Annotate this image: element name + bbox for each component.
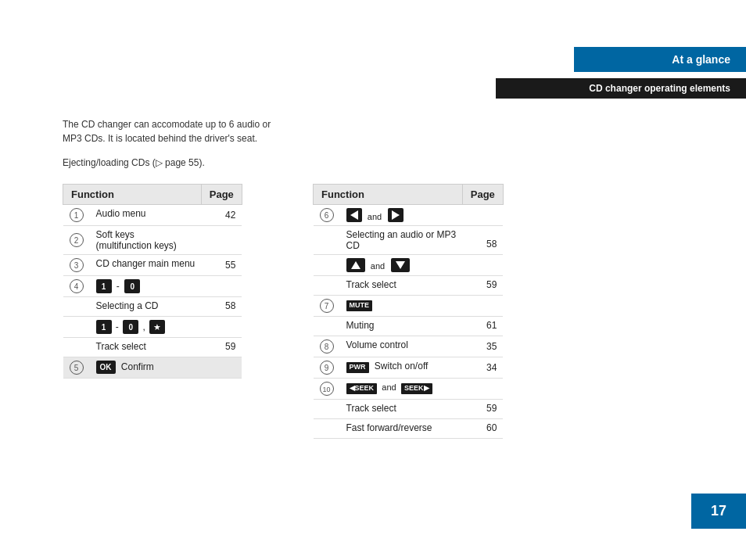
row-icon-4: 1 - 0 — [90, 276, 202, 297]
seek-right-icon: SEEK▶ — [401, 383, 432, 394]
row-num-10: 10 — [314, 379, 340, 400]
ok-icon: OK — [96, 361, 116, 374]
left-col-page: Page — [201, 185, 242, 205]
row-sub-label-6: Track select — [340, 276, 463, 296]
table-row: 1 Audio menu 42 — [63, 205, 242, 226]
table-row: Selecting a CD 58 — [63, 297, 242, 317]
table-row: 1 - 0 , ★ — [63, 317, 242, 338]
row-num-3: 3 — [63, 255, 90, 276]
row-num-9: 9 — [314, 357, 340, 379]
row-num-7: 7 — [314, 296, 340, 317]
row-sub-page-4: 59 — [201, 338, 242, 357]
seek-left-icon: ◀SEEK — [346, 383, 378, 394]
row-label-5: Confirm — [121, 361, 154, 372]
section-label: CD changer operating elements — [589, 83, 730, 94]
row-icon-9: PWR Switch on/off — [340, 357, 463, 379]
page-number: 17 — [691, 494, 746, 529]
table-row: 4 1 - 0 — [63, 276, 242, 297]
row-icon-6: and — [340, 205, 463, 226]
at-a-glance-tab: At a glance — [574, 47, 746, 72]
table-row: 9 PWR Switch on/off 34 — [314, 357, 504, 379]
table-row: Selecting an audio or MP3CD 58 — [314, 226, 504, 255]
row-label-10b: Fast forward/reverse — [340, 419, 463, 439]
table-row: Track select 59 — [314, 276, 504, 296]
table-row: 6 and — [314, 205, 504, 226]
main-content: The CD changer can accomodate up to 6 au… — [63, 117, 683, 439]
row-page-4a — [201, 276, 242, 297]
up-arrow-icon — [346, 258, 365, 272]
table-row: 8 Volume control 35 — [314, 336, 504, 357]
row-page-4: 58 — [201, 297, 242, 317]
row-icon-10: ◀SEEK and SEEK▶ — [340, 379, 463, 400]
num-icon-1b: 1 — [96, 320, 112, 334]
table-row: and — [314, 255, 504, 276]
row-page-1: 42 — [201, 205, 242, 226]
tables-container: Function Page 1 Audio menu 42 2 Soft key… — [63, 184, 683, 439]
row-label-6: Selecting an audio or MP3CD — [340, 226, 463, 255]
intro-paragraph: The CD changer can accomodate up to 6 au… — [63, 117, 274, 145]
row-sub-page-6: 59 — [462, 276, 503, 296]
left-arrow-icon — [346, 208, 362, 222]
right-table: Function Page 6 and — [313, 184, 504, 439]
table-row: Fast forward/reverse 60 — [314, 419, 504, 439]
tab-label: At a glance — [672, 53, 730, 66]
table-row: 5 OK Confirm — [63, 357, 242, 379]
right-col-page: Page — [462, 185, 503, 205]
down-arrow-icon — [391, 258, 410, 272]
row-page-5 — [201, 357, 242, 379]
row-num-8: 8 — [314, 336, 340, 357]
row-page-9: 34 — [462, 357, 503, 379]
row-sub-label-4: Track select — [90, 338, 202, 357]
pwr-icon: PWR — [346, 362, 369, 373]
row-num-1: 1 — [63, 205, 90, 226]
left-col-function: Function — [63, 185, 202, 205]
row-sub-icon-6: and — [340, 255, 463, 276]
row-num-2: 2 — [63, 226, 90, 255]
row-label-8: Volume control — [340, 336, 463, 357]
row-label-10a: Track select — [340, 400, 463, 419]
table-row: Track select 59 — [63, 338, 242, 357]
num-icon-0: 0 — [124, 279, 140, 293]
row-label-2: Soft keys(multifunction keys) — [90, 226, 202, 255]
row-icon-5: OK Confirm — [90, 357, 202, 379]
row-page-2 — [201, 226, 242, 255]
row-page-10a: 59 — [462, 400, 503, 419]
table-row: Track select 59 — [314, 400, 504, 419]
row-label-7: Muting — [340, 317, 463, 336]
row-num-4: 4 — [63, 276, 90, 297]
row-num-6: 6 — [314, 205, 340, 226]
right-col-function: Function — [314, 185, 463, 205]
row-icon-7: MUTE — [340, 296, 463, 317]
num-icon-0b: 0 — [123, 320, 138, 334]
mute-icon: MUTE — [346, 300, 373, 311]
section-header: CD changer operating elements — [496, 78, 746, 99]
row-page-7: 61 — [462, 317, 503, 336]
table-row: 2 Soft keys(multifunction keys) — [63, 226, 242, 255]
table-row: 3 CD changer main menu 55 — [63, 255, 242, 276]
table-row: 10 ◀SEEK and SEEK▶ — [314, 379, 504, 400]
row-label-4: Selecting a CD — [90, 297, 202, 317]
row-sub-icon-4: 1 - 0 , ★ — [90, 317, 202, 338]
row-label-1: Audio menu — [90, 205, 202, 226]
star-icon: ★ — [149, 320, 165, 334]
right-function-table: Function Page 6 and — [313, 184, 504, 439]
left-function-table: Function Page 1 Audio menu 42 2 Soft key… — [63, 184, 242, 379]
row-page-3: 55 — [201, 255, 242, 276]
row-label-3: CD changer main menu — [90, 255, 202, 276]
row-page-8: 35 — [462, 336, 503, 357]
table-row: Muting 61 — [314, 317, 504, 336]
table-row: 7 MUTE — [314, 296, 504, 317]
num-icon-1: 1 — [96, 279, 112, 293]
eject-paragraph: Ejecting/loading CDs (▷ page 55). — [63, 157, 274, 168]
row-label-9: Switch on/off — [375, 361, 428, 372]
right-arrow-icon — [388, 208, 403, 222]
left-table: Function Page 1 Audio menu 42 2 Soft key… — [63, 184, 266, 379]
row-num-5: 5 — [63, 357, 90, 379]
row-page-10b: 60 — [462, 419, 503, 439]
row-page-6: 58 — [462, 226, 503, 255]
